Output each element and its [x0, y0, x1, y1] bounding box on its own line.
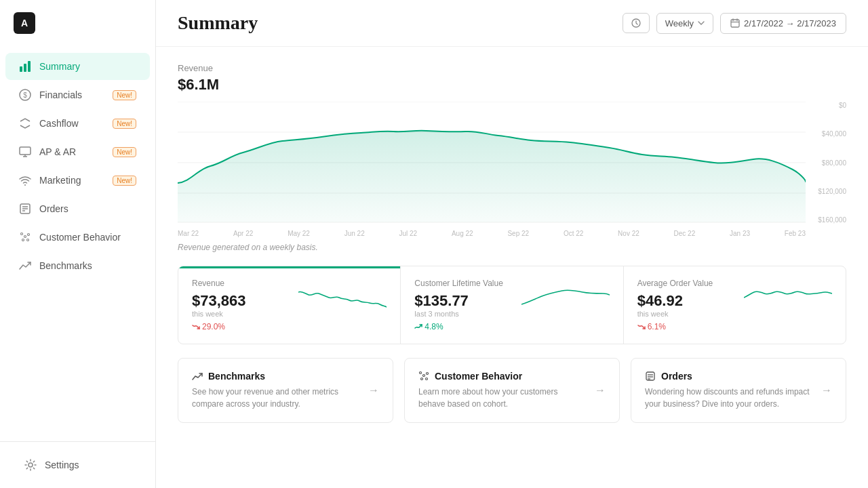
main-chart: $160,000 $120,000 $80,000 $40,000 $0 Mar… [178, 102, 846, 237]
sidebar-item-summary[interactable]: Summary [5, 53, 150, 80]
chart-bar-icon [19, 60, 31, 73]
quick-link-benchmarks-content: Benchmarks See how your revenue and othe… [192, 371, 360, 410]
metric-info-revenue: Revenue $73,863 this week 29.0% [192, 279, 246, 331]
tag-icon [19, 203, 31, 215]
dollar-circle-icon: $ [19, 89, 31, 101]
svg-point-16 [28, 463, 33, 467]
app-logo: A [0, 0, 155, 46]
metric-top-clv: Customer Lifetime Value $135.77 last 3 m… [414, 279, 609, 331]
main-area: Summary Weekly [156, 0, 868, 488]
scatter-icon [19, 231, 31, 243]
svg-rect-18 [731, 20, 739, 27]
metric-period-aov: this week [637, 310, 713, 318]
mini-chart-clv [521, 279, 610, 312]
svg-point-28 [423, 375, 425, 377]
svg-rect-2 [28, 61, 31, 72]
quick-link-orders[interactable]: Orders Wondering how discounts and refun… [631, 358, 846, 423]
metric-label-aov: Average Order Value [637, 279, 713, 288]
sidebar-item-benchmarks[interactable]: Benchmarks [5, 252, 150, 279]
metric-card-aov[interactable]: Average Order Value $46.92 this week 6.1… [624, 266, 846, 344]
sidebar-item-customer-behavior[interactable]: Customer Behavior [5, 224, 150, 251]
quick-link-cb-desc: Learn more about how your customers beha… [418, 386, 587, 410]
chart-svg-area [178, 102, 806, 224]
quick-link-orders-title: Orders [645, 371, 813, 382]
clock-button[interactable] [623, 13, 650, 33]
revenue-value: $6.1M [178, 76, 846, 94]
svg-point-29 [421, 378, 423, 380]
benchmarks-arrow: → [368, 384, 379, 396]
metric-top-aov: Average Order Value $46.92 this week 6.1… [637, 279, 832, 331]
chevron-down-icon [698, 21, 705, 25]
monitor-icon [19, 146, 31, 158]
marketing-badge: New! [113, 176, 136, 186]
date-range-button[interactable]: 2/17/2022 → 2/17/2023 [720, 13, 846, 34]
sidebar-item-ap-ar[interactable]: AP & AR New! [5, 138, 150, 165]
quick-link-customer-behavior[interactable]: Customer Behavior Learn more about how y… [404, 358, 620, 423]
sidebar: A Summary $ Financials New! [0, 0, 156, 488]
revenue-chart-svg [178, 102, 806, 224]
svg-point-13 [22, 239, 24, 241]
calendar-icon [730, 18, 740, 28]
metrics-row: Revenue $73,863 this week 29.0% [178, 266, 846, 344]
svg-point-15 [27, 239, 29, 241]
quick-link-orders-content: Orders Wondering how discounts and refun… [645, 371, 813, 410]
quick-link-cb-title: Customer Behavior [418, 371, 587, 382]
svg-point-12 [24, 236, 26, 238]
sidebar-item-marketing[interactable]: Marketing New! [5, 167, 150, 194]
metric-period-clv: last 3 months [414, 310, 503, 318]
clock-icon [631, 18, 641, 28]
svg-rect-0 [20, 66, 22, 72]
quick-links: Benchmarks See how your revenue and othe… [178, 358, 846, 423]
metric-card-clv[interactable]: Customer Lifetime Value $135.77 last 3 m… [401, 266, 623, 344]
tag-icon-2 [645, 371, 656, 382]
main-content: Revenue $6.1M [156, 47, 868, 488]
quick-link-benchmarks-title: Benchmarks [192, 371, 360, 382]
trend-up-icon [414, 323, 422, 331]
main-header: Summary Weekly [156, 0, 868, 47]
metric-info-clv: Customer Lifetime Value $135.77 last 3 m… [414, 279, 503, 331]
wifi-icon [19, 174, 31, 186]
cb-arrow: → [595, 384, 606, 396]
metric-period-revenue: this week [192, 310, 246, 318]
svg-rect-1 [24, 64, 26, 72]
sidebar-item-orders[interactable]: Orders [5, 195, 150, 222]
metric-change-clv: 4.8% [414, 322, 503, 331]
quick-link-benchmarks[interactable]: Benchmarks See how your revenue and othe… [178, 358, 393, 423]
chart-caption: Revenue generated on a weekly basis. [178, 243, 846, 252]
metric-card-revenue[interactable]: Revenue $73,863 this week 29.0% [178, 266, 401, 344]
metric-label-revenue: Revenue [192, 279, 246, 288]
chart-y-labels: $160,000 $120,000 $80,000 $40,000 $0 [806, 102, 846, 224]
metric-value-clv: $135.77 [414, 292, 503, 310]
revenue-label: Revenue [178, 63, 846, 73]
sidebar-item-settings[interactable]: Settings [11, 451, 144, 479]
header-controls: Weekly 2/17/2022 → 2/17/2023 [623, 13, 846, 34]
settings-section: Settings [0, 441, 155, 488]
revenue-section: Revenue $6.1M [178, 63, 846, 94]
ap-ar-badge: New! [113, 147, 136, 157]
svg-point-27 [420, 372, 422, 374]
metric-value-aov: $46.92 [637, 292, 713, 310]
metric-top-revenue: Revenue $73,863 this week 29.0% [192, 279, 387, 331]
scatter-icon-2 [418, 371, 429, 382]
chart-x-labels: Mar 22 Apr 22 May 22 Jun 22 Jul 22 Aug 2… [178, 230, 806, 237]
svg-point-6 [24, 184, 26, 186]
svg-point-14 [28, 234, 30, 236]
page-title: Summary [178, 12, 258, 34]
trending-icon-2 [192, 371, 203, 382]
metric-value-revenue: $73,863 [192, 292, 246, 310]
sidebar-nav: Summary $ Financials New! Cashflow New! [0, 46, 155, 441]
quick-link-orders-desc: Wondering how discounts and refunds impa… [645, 386, 813, 410]
trending-icon [19, 260, 31, 272]
cashflow-badge: New! [113, 119, 136, 129]
svg-point-11 [21, 233, 23, 235]
trend-down-icon [192, 323, 200, 331]
metric-label-clv: Customer Lifetime Value [414, 279, 503, 288]
svg-rect-5 [20, 147, 31, 155]
logo-box: A [14, 12, 35, 34]
sidebar-item-financials[interactable]: $ Financials New! [5, 81, 150, 108]
mini-chart-aov [744, 279, 832, 312]
metric-change-revenue: 29.0% [192, 322, 246, 331]
period-selector[interactable]: Weekly [656, 13, 713, 34]
metric-info-aov: Average Order Value $46.92 this week 6.1… [637, 279, 713, 331]
sidebar-item-cashflow[interactable]: Cashflow New! [5, 110, 150, 137]
